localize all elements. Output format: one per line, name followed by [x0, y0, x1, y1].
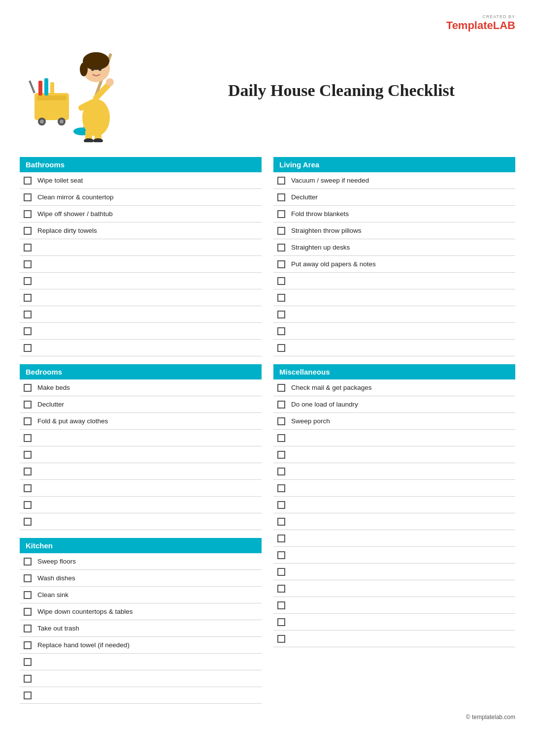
- checkbox[interactable]: [277, 227, 285, 235]
- checkbox[interactable]: [277, 277, 285, 285]
- checkbox[interactable]: [277, 585, 285, 593]
- checkbox[interactable]: [277, 551, 285, 559]
- list-item[interactable]: Wipe toilet seat: [20, 172, 262, 189]
- checkbox[interactable]: [24, 501, 32, 509]
- checkbox[interactable]: [277, 401, 285, 409]
- list-item[interactable]: [20, 497, 262, 513]
- checkbox[interactable]: [24, 417, 32, 425]
- list-item[interactable]: [273, 273, 515, 289]
- checkbox[interactable]: [24, 384, 32, 392]
- checkbox[interactable]: [24, 574, 32, 582]
- list-item[interactable]: Sweep floors: [20, 553, 262, 570]
- list-item[interactable]: [20, 463, 262, 480]
- list-item[interactable]: [20, 323, 262, 340]
- list-item[interactable]: Replace hand towel (if needed): [20, 637, 262, 654]
- checkbox[interactable]: [277, 535, 285, 542]
- checkbox[interactable]: [277, 177, 285, 185]
- list-item[interactable]: [273, 463, 515, 480]
- checkbox[interactable]: [24, 484, 32, 492]
- checkbox[interactable]: [277, 635, 285, 643]
- checkbox[interactable]: [277, 417, 285, 425]
- list-item[interactable]: [20, 430, 262, 446]
- checkbox[interactable]: [24, 658, 32, 666]
- checkbox[interactable]: [277, 327, 285, 335]
- list-item[interactable]: Vacuum / sweep if needed: [273, 172, 515, 189]
- checkbox[interactable]: [277, 260, 285, 268]
- checkbox[interactable]: [277, 193, 285, 201]
- list-item[interactable]: [273, 480, 515, 497]
- list-item[interactable]: [20, 654, 262, 670]
- list-item[interactable]: [20, 306, 262, 323]
- list-item[interactable]: [20, 256, 262, 273]
- list-item[interactable]: [273, 340, 515, 356]
- list-item[interactable]: Fold & put away clothes: [20, 413, 262, 430]
- list-item[interactable]: [20, 289, 262, 306]
- list-item[interactable]: [20, 446, 262, 463]
- checkbox[interactable]: [277, 601, 285, 609]
- list-item[interactable]: [273, 580, 515, 597]
- list-item[interactable]: [273, 614, 515, 630]
- checkbox[interactable]: [24, 625, 32, 632]
- list-item[interactable]: Wipe down countertops & tables: [20, 603, 262, 620]
- checkbox[interactable]: [24, 591, 32, 599]
- list-item[interactable]: [273, 564, 515, 580]
- checkbox[interactable]: [24, 692, 32, 699]
- checkbox[interactable]: [24, 451, 32, 459]
- checkbox[interactable]: [277, 210, 285, 218]
- checkbox[interactable]: [277, 518, 285, 526]
- checkbox[interactable]: [277, 451, 285, 459]
- checkbox[interactable]: [277, 468, 285, 475]
- list-item[interactable]: [20, 273, 262, 289]
- list-item[interactable]: Straighten throw pillows: [273, 222, 515, 239]
- list-item[interactable]: [273, 497, 515, 513]
- list-item[interactable]: Do one load of laundry: [273, 396, 515, 413]
- list-item[interactable]: Fold throw blankets: [273, 206, 515, 222]
- list-item[interactable]: Clean mirror & countertop: [20, 189, 262, 206]
- checkbox[interactable]: [277, 568, 285, 576]
- list-item[interactable]: [273, 547, 515, 564]
- checkbox[interactable]: [24, 227, 32, 235]
- list-item[interactable]: [273, 430, 515, 446]
- list-item[interactable]: [20, 480, 262, 497]
- list-item[interactable]: Make beds: [20, 379, 262, 396]
- checkbox[interactable]: [24, 344, 32, 352]
- checkbox[interactable]: [277, 344, 285, 352]
- checkbox[interactable]: [277, 244, 285, 252]
- checkbox[interactable]: [24, 294, 32, 302]
- checkbox[interactable]: [24, 641, 32, 649]
- checkbox[interactable]: [24, 311, 32, 318]
- list-item[interactable]: [20, 513, 262, 530]
- checkbox[interactable]: [24, 277, 32, 285]
- list-item[interactable]: [273, 597, 515, 614]
- list-item[interactable]: Declutter: [20, 396, 262, 413]
- list-item[interactable]: [20, 340, 262, 356]
- list-item[interactable]: [273, 446, 515, 463]
- checkbox[interactable]: [24, 244, 32, 252]
- checkbox[interactable]: [277, 501, 285, 509]
- checkbox[interactable]: [24, 468, 32, 475]
- list-item[interactable]: [273, 513, 515, 530]
- list-item[interactable]: Sweep porch: [273, 413, 515, 430]
- list-item[interactable]: [273, 323, 515, 340]
- checkbox[interactable]: [24, 193, 32, 201]
- checkbox[interactable]: [277, 434, 285, 442]
- list-item[interactable]: Take out trash: [20, 620, 262, 637]
- list-item[interactable]: [20, 687, 262, 704]
- checkbox[interactable]: [24, 210, 32, 218]
- list-item[interactable]: Clean sink: [20, 587, 262, 603]
- checkbox[interactable]: [24, 401, 32, 409]
- checkbox[interactable]: [277, 311, 285, 318]
- checkbox[interactable]: [24, 260, 32, 268]
- list-item[interactable]: [273, 630, 515, 647]
- checkbox[interactable]: [24, 327, 32, 335]
- list-item[interactable]: Straighten up desks: [273, 239, 515, 256]
- list-item[interactable]: Put away old papers & notes: [273, 256, 515, 273]
- checkbox[interactable]: [277, 618, 285, 626]
- list-item[interactable]: [273, 306, 515, 323]
- checkbox[interactable]: [24, 558, 32, 566]
- list-item[interactable]: Declutter: [273, 189, 515, 206]
- checkbox[interactable]: [277, 294, 285, 302]
- list-item[interactable]: Wipe off shower / bathtub: [20, 206, 262, 222]
- checkbox[interactable]: [24, 675, 32, 683]
- checkbox[interactable]: [277, 384, 285, 392]
